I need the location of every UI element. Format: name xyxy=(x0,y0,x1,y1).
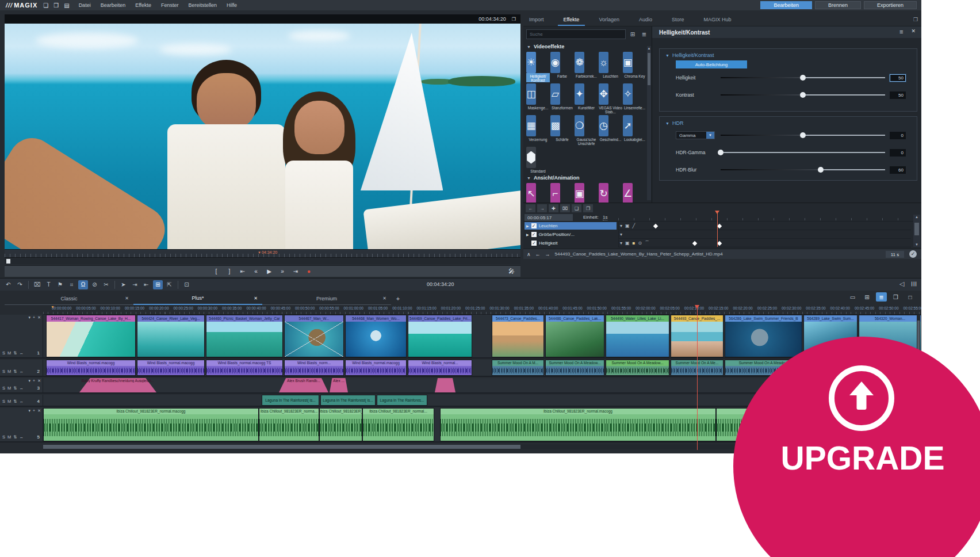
brennen-mode-button[interactable]: Brennen xyxy=(815,1,861,9)
gamma-value[interactable]: 0 xyxy=(890,132,906,139)
video-clip[interactable]: 544468_Man_Women_Wo... xyxy=(345,315,407,357)
hdr-blur-slider[interactable] xyxy=(721,166,885,174)
menu-bearbeiten[interactable]: Bearbeiten xyxy=(101,2,126,8)
title-clip[interactable]: Baby Kruffy Randbeschneidung Ausgleich..… xyxy=(79,378,156,392)
track-mode-icon[interactable]: ⇅ xyxy=(13,369,17,374)
search-input[interactable] xyxy=(526,29,626,39)
timeline-ruler[interactable]: 00:00:00:0000:00:05:0000:00:10:0000:00:1… xyxy=(43,305,921,315)
keyframe-lane[interactable] xyxy=(618,222,911,230)
move-all-icon[interactable]: ⇥ xyxy=(130,280,140,289)
kontrast-value[interactable]: 50 xyxy=(890,91,906,99)
effect-schaerfe[interactable]: ▩Schärfe xyxy=(550,115,574,146)
object-mode-icon[interactable]: ⊞ xyxy=(153,280,163,289)
scroll-up-icon[interactable]: ▲ xyxy=(913,215,920,219)
keyframe-lane[interactable] xyxy=(618,231,911,239)
menu-effekte[interactable]: Effekte xyxy=(135,2,151,8)
track-header-5[interactable]: ▾+✕SM⇅↔5 xyxy=(0,408,43,442)
row-control-icon[interactable]: ╱ xyxy=(633,223,636,228)
title-clip[interactable]: Alex Brush Randb... xyxy=(279,378,328,392)
add-track-icon[interactable]: + xyxy=(33,315,35,320)
keyframe-timecode[interactable]: 00:00:05:17 xyxy=(525,214,573,221)
anim-position-keyframes[interactable]: ↖ xyxy=(526,183,550,203)
audio-clip[interactable]: Ibiza Chillout_981823ER_normal.macogg xyxy=(440,408,716,441)
panel-menu-icon[interactable]: ≡ xyxy=(899,28,903,35)
menu-fenster[interactable]: Fenster xyxy=(161,2,179,8)
video-clip[interactable]: 544424_Canoe_River_Lake_Veg... xyxy=(137,315,205,357)
solo-button[interactable]: S xyxy=(2,434,5,440)
collapse-triangle-icon[interactable]: ▼ xyxy=(665,121,669,125)
slider-thumb[interactable] xyxy=(800,75,806,81)
video-clip[interactable]: 544467_Man_W... xyxy=(284,315,344,357)
collapse-triangle-icon[interactable]: ▼ xyxy=(665,54,669,58)
timeline-playhead[interactable] xyxy=(697,305,698,450)
effect-geschwindigkeit[interactable]: ◷Geschwind... xyxy=(599,115,622,146)
video-clip[interactable]: 544417_Woman_Rowing_Canoe_Lake_By_H... xyxy=(46,315,136,357)
title-editor-icon[interactable]: T xyxy=(44,280,53,289)
keyframe-lane[interactable] xyxy=(618,239,911,247)
preview-fullscreen-icon[interactable]: ❐ xyxy=(512,17,516,22)
row-checkbox[interactable]: ✓ xyxy=(531,232,537,237)
effects-scrollbar[interactable]: ▲ xyxy=(647,46,651,200)
video-clip[interactable]: 544469_Canoe_Paddles_Lake_Fri... xyxy=(408,315,472,357)
section-ansicht-animation[interactable]: ▼ Ansicht/Animation xyxy=(527,175,579,181)
unit-value[interactable]: 1s xyxy=(603,215,607,220)
range-start-icon[interactable]: [ xyxy=(213,268,220,274)
music-clip[interactable]: Laguna In The Rainforest( is... xyxy=(320,395,376,406)
row-control-icon[interactable]: ▾ xyxy=(620,232,622,237)
slider-thumb[interactable] xyxy=(800,92,806,98)
effect-farbe[interactable]: ◉Farbe xyxy=(550,52,574,82)
keyframe-row-name[interactable]: ▶✓Leuchten xyxy=(525,222,617,230)
previous-object-icon[interactable]: ← xyxy=(535,251,541,257)
music-clip[interactable]: Laguna In The Rainfores... xyxy=(377,395,427,406)
undo-icon[interactable]: ↶ xyxy=(3,280,13,289)
audio-clip[interactable]: Wind Blasts_normal... xyxy=(408,360,472,376)
anim-rotation[interactable]: ↻ xyxy=(599,183,622,203)
audio-clip[interactable]: Wind Blasts_norm... xyxy=(284,360,344,376)
scroll-up-icon[interactable]: ▲ xyxy=(647,47,651,50)
track-mode-icon[interactable]: ⇅ xyxy=(13,434,17,440)
track-mode-icon[interactable]: ↔ xyxy=(20,369,24,374)
track-mode-icon[interactable]: ↔ xyxy=(20,386,24,391)
add-track-icon[interactable]: + xyxy=(33,379,35,383)
video-clip[interactable]: 564286_Lake_Swim_Summer_Friends_B xyxy=(725,315,802,357)
kontrast-slider[interactable] xyxy=(721,91,885,99)
collapse-icon[interactable]: ▾ xyxy=(29,379,31,383)
music-clip[interactable]: Laguna In The Rainforest( is... xyxy=(262,395,319,406)
row-control-icon[interactable]: ■ xyxy=(633,241,636,246)
track-mode-icon[interactable]: ⇅ xyxy=(13,386,17,391)
tab-magix-hub[interactable]: MAGIX Hub xyxy=(698,14,737,26)
solo-button[interactable]: S xyxy=(2,350,5,356)
keyframe-ruler[interactable] xyxy=(618,218,911,220)
anim-camera[interactable]: ▣ xyxy=(575,183,598,203)
list-view-icon[interactable]: ≣ xyxy=(640,29,649,39)
audio-clip[interactable]: Ibiza Chillout_981823ER_normal.macogg xyxy=(43,408,259,441)
effect-helligkeit-kontrast[interactable]: ☀Helligkeit/ Kontrast xyxy=(526,52,550,82)
next-object-icon[interactable]: → xyxy=(545,251,550,257)
track-mode-icon[interactable]: ↔ xyxy=(20,399,24,404)
gamma-slider[interactable] xyxy=(721,131,885,139)
track-header-3[interactable]: ▾+✕SM⇅↔3 xyxy=(0,378,43,394)
close-track-icon[interactable]: ✕ xyxy=(37,409,41,413)
effect-stanzformen[interactable]: ▱Stanzformen xyxy=(550,83,574,114)
mixer-icon[interactable]: ☰ xyxy=(910,281,918,287)
add-track-icon[interactable]: + xyxy=(33,409,35,413)
effect-gauss-unschaerfe[interactable]: ❍Gauss'sche Unschärfe xyxy=(575,115,598,146)
audio-clip[interactable]: Wind Blasts_normal.macogg xyxy=(345,360,407,376)
jump-end-icon[interactable]: ⇥ xyxy=(292,268,299,274)
preview-render-icon[interactable]: ⊡ xyxy=(182,280,192,289)
keyframe-row-leuchten[interactable]: ▶✓Leuchten▾▣╱ xyxy=(523,222,921,230)
preview-mode-icon[interactable]: ▭ xyxy=(847,292,858,302)
move-one-icon[interactable]: ⇤ xyxy=(141,280,151,289)
next-frame-icon[interactable]: » xyxy=(279,268,286,274)
close-tab-icon[interactable]: ✕ xyxy=(254,296,258,301)
video-preview[interactable] xyxy=(5,24,520,249)
video-clip[interactable]: 544490_Water_Lilies_Lake_Li... xyxy=(606,315,669,357)
solo-button[interactable]: S xyxy=(2,386,5,391)
slider-thumb[interactable] xyxy=(818,167,824,173)
video-clip[interactable]: 544473_Canoe_Paddles... xyxy=(492,315,544,357)
preview-playhead-marker[interactable]: ▼04:34:20 xyxy=(258,250,277,254)
jump-start-icon[interactable]: ⇤ xyxy=(239,268,246,274)
menu-hilfe[interactable]: Hilfe xyxy=(227,2,237,8)
tab-effekte[interactable]: Effekte xyxy=(558,14,585,26)
slider-thumb[interactable] xyxy=(800,132,806,138)
